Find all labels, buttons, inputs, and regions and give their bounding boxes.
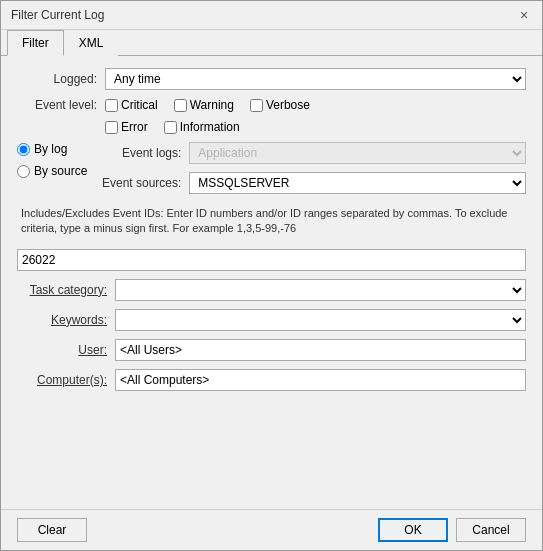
by-log-label: By log <box>34 142 67 156</box>
event-level-row: Event level: Critical Warning Verbose <box>17 98 526 112</box>
clear-button[interactable]: Clear <box>17 518 87 542</box>
user-label: User: <box>17 343 107 357</box>
by-source-radio[interactable] <box>17 165 30 178</box>
computer-row: Computer(s): <box>17 369 526 391</box>
event-id-input[interactable] <box>17 249 526 271</box>
critical-checkbox[interactable] <box>105 99 118 112</box>
event-id-row <box>17 249 526 271</box>
help-text: Includes/Excludes Event IDs: Enter ID nu… <box>17 206 526 237</box>
warning-checkbox-group: Warning <box>174 98 234 112</box>
warning-label: Warning <box>190 98 234 112</box>
event-level-row2: Error Information <box>17 120 526 134</box>
information-checkbox[interactable] <box>164 121 177 134</box>
by-source-row: By source <box>17 164 87 178</box>
task-category-row: Task category: <box>17 279 526 301</box>
tab-bar: Filter XML <box>1 30 542 56</box>
critical-checkbox-group: Critical <box>105 98 158 112</box>
error-checkbox-group: Error <box>105 120 148 134</box>
user-input[interactable] <box>115 339 526 361</box>
computer-label: Computer(s): <box>17 373 107 387</box>
user-row: User: <box>17 339 526 361</box>
keywords-select[interactable] <box>115 309 526 331</box>
footer: Clear OK Cancel <box>1 509 542 550</box>
event-sources-row: Event sources: MSSQLSERVER <box>91 172 526 194</box>
task-category-label: Task category: <box>17 283 107 297</box>
logged-row: Logged: Any time <box>17 68 526 90</box>
by-log-radio[interactable] <box>17 143 30 156</box>
ok-button[interactable]: OK <box>378 518 448 542</box>
verbose-label: Verbose <box>266 98 310 112</box>
keywords-label: Keywords: <box>17 313 107 327</box>
by-source-label: By source <box>34 164 87 178</box>
tab-filter[interactable]: Filter <box>7 30 64 56</box>
dialog: Filter Current Log × Filter XML Logged: … <box>0 0 543 551</box>
close-button[interactable]: × <box>516 7 532 23</box>
filter-content: Logged: Any time Event level: Critical W… <box>1 56 542 509</box>
log-source-section: By log By source Event logs: Application… <box>17 142 526 194</box>
event-level-label: Event level: <box>17 98 97 112</box>
by-log-row: By log <box>17 142 87 156</box>
event-sources-label: Event sources: <box>91 176 181 190</box>
verbose-checkbox-group: Verbose <box>250 98 310 112</box>
verbose-checkbox[interactable] <box>250 99 263 112</box>
critical-label: Critical <box>121 98 158 112</box>
computer-input[interactable] <box>115 369 526 391</box>
logged-label: Logged: <box>17 72 97 86</box>
cancel-button[interactable]: Cancel <box>456 518 526 542</box>
information-label: Information <box>180 120 240 134</box>
event-sources-select[interactable]: MSSQLSERVER <box>189 172 526 194</box>
error-checkbox[interactable] <box>105 121 118 134</box>
logged-select[interactable]: Any time <box>105 68 526 90</box>
event-logs-row: Event logs: Application <box>91 142 526 164</box>
tab-xml[interactable]: XML <box>64 30 119 56</box>
event-logs-label: Event logs: <box>91 146 181 160</box>
log-source-fields: Event logs: Application Event sources: M… <box>91 142 526 194</box>
task-category-select[interactable] <box>115 279 526 301</box>
event-logs-select[interactable]: Application <box>189 142 526 164</box>
keywords-row: Keywords: <box>17 309 526 331</box>
dialog-title: Filter Current Log <box>11 8 104 22</box>
information-checkbox-group: Information <box>164 120 240 134</box>
warning-checkbox[interactable] <box>174 99 187 112</box>
error-label: Error <box>121 120 148 134</box>
radio-column: By log By source <box>17 142 87 194</box>
title-bar: Filter Current Log × <box>1 1 542 30</box>
